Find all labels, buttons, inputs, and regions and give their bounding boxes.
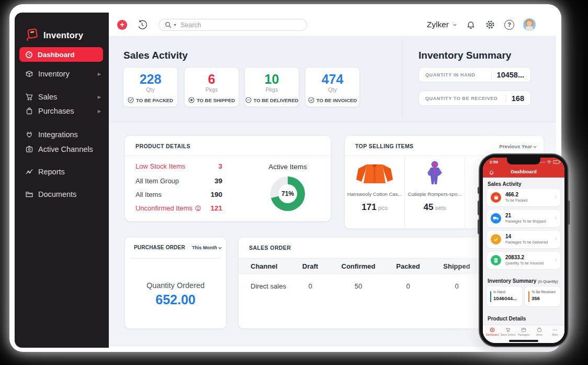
to-be-packed-card[interactable]: 228 Qty TO BE PACKED <box>123 67 178 107</box>
bag-icon <box>25 107 33 115</box>
phone-inventory-summary-label: Inventory Summary (In Quantity) <box>488 278 558 284</box>
active-items-chart: Active Items 71% <box>257 163 319 211</box>
chevron-right-icon: › <box>555 236 557 241</box>
to-be-delivered-card[interactable]: 10 Pkgs TO BE DELIVERED <box>244 67 299 107</box>
to-be-shipped-value: 6 <box>185 72 239 86</box>
active-items-donut: 71% <box>270 176 305 211</box>
product-name: Cutiepie Rompers-spo... <box>405 191 465 197</box>
sidebar-item-sales[interactable]: Sales ▶ <box>15 90 109 104</box>
phone-to-be-received-box[interactable]: To Be Received 356 <box>525 287 560 306</box>
phone-card-label: To be Packed <box>505 198 527 202</box>
accent-bar <box>490 291 491 302</box>
add-new-button[interactable]: + <box>117 20 127 30</box>
sidebar-item-label: Dashboard <box>38 51 75 59</box>
all-item-group-row[interactable]: All Item Group39 <box>135 177 222 185</box>
invoice-icon <box>491 255 501 266</box>
sidebar-item-label: Documents <box>38 190 76 198</box>
integrations-icon <box>25 130 33 139</box>
tab-more[interactable]: More <box>547 325 563 343</box>
sidebar-item-integrations[interactable]: Integrations <box>15 128 109 141</box>
card-label: TO BE SHIPPED <box>185 97 239 103</box>
tab-dashboard[interactable]: Dashboard <box>484 325 500 343</box>
purchase-order-header: PURCHASE ORDER <box>134 245 185 250</box>
pill-label: QUANTITY IN HAND <box>425 72 475 78</box>
sidebar-item-inventory[interactable]: Inventory ▶ <box>15 67 109 81</box>
phone-to-be-shipped-card[interactable]: 21 Packages To be Shipped › <box>487 210 560 227</box>
to-be-invoiced-card[interactable]: 474 Qty TO BE INVOICED <box>305 67 360 107</box>
dashboard-icon <box>490 327 495 333</box>
product-qty: 171pcs <box>345 202 404 213</box>
notifications-bell-icon[interactable] <box>466 19 476 30</box>
phone-in-hand-box[interactable]: In Hand 1046044... <box>487 287 522 306</box>
recent-history-icon[interactable] <box>137 19 148 32</box>
low-stock-row[interactable]: Low Stock Items3 <box>135 162 222 170</box>
period-selector[interactable]: Previous Year <box>499 143 537 149</box>
pill-value: 10458... <box>491 71 524 79</box>
phone-to-be-delivered-card[interactable]: 14 Packages To be Delivered › <box>487 231 560 248</box>
search-input[interactable]: ▼ Search <box>159 19 307 31</box>
cell-draft: 0 <box>308 282 312 290</box>
sidebar-item-label: Integrations <box>38 130 78 139</box>
top-item-2[interactable]: Cutiepie Rompers-spo... 45sets <box>405 156 465 228</box>
sidebar-item-documents[interactable]: Documents <box>15 187 109 201</box>
phone-box-value: 356 <box>532 295 540 301</box>
sidebar-item-label: Purchases <box>38 107 74 115</box>
chevron-right-icon: › <box>555 194 557 200</box>
top-item-1[interactable]: Hanswooly Cotton Cas... 171pcs <box>345 156 405 228</box>
unconfirmed-items-row[interactable]: Unconfirmed Items121 <box>135 204 222 212</box>
battery-icon <box>553 160 561 164</box>
phone-notch <box>507 158 540 164</box>
hero-section: Sales Activity Inventory Summary 228 Qty… <box>109 37 556 122</box>
product-details-card: PRODUCT DETAILS Low Stock Items3 All Ite… <box>125 135 331 222</box>
to-be-shipped-card[interactable]: 6 Pkgs TO BE SHIPPED <box>184 67 239 107</box>
top-selling-header: TOP SELLING ITEMS <box>355 143 413 149</box>
phone-card-label: Quantity To be Invoiced <box>505 261 544 265</box>
phone-sales-activity-label: Sales Activity <box>488 181 522 187</box>
donut-percent: 71% <box>270 176 305 211</box>
phone-card-value: 20833.2 <box>505 255 524 260</box>
dash-circle-icon <box>245 97 252 103</box>
phone-volume-down <box>478 219 480 234</box>
all-items-row[interactable]: All Items190 <box>135 191 222 198</box>
chevron-right-icon: ▶ <box>98 72 101 76</box>
dot-circle-icon <box>188 97 195 103</box>
check-circle-icon <box>128 97 134 103</box>
phone-card-label: Packages To be Shipped <box>505 219 546 223</box>
wifi-icon <box>547 160 551 164</box>
divider <box>402 41 402 118</box>
product-image-romper <box>405 160 465 186</box>
col-channel: Channel <box>251 259 277 274</box>
accent-bar <box>528 291 529 302</box>
to-be-delivered-value: 10 <box>245 72 299 86</box>
phone-volume-up <box>478 201 480 215</box>
sidebar-item-reports[interactable]: Reports <box>15 165 109 179</box>
quantity-to-be-received-pill[interactable]: QUANTITY TO BE RECEIVED 168 <box>419 91 531 106</box>
period-selector[interactable]: This Month <box>192 245 222 250</box>
quantity-in-hand-pill[interactable]: QUANTITY IN HAND 10458... <box>419 67 531 82</box>
col-draft: Draft <box>302 259 318 274</box>
org-selector[interactable]: Zylker <box>427 20 457 29</box>
search-scope-caret-icon[interactable]: ▼ <box>173 23 177 27</box>
phone-card-value: 466.2 <box>505 192 518 197</box>
settings-gear-icon[interactable] <box>485 19 495 30</box>
phone-to-be-invoiced-card[interactable]: 20833.2 Quantity To be Invoiced › <box>487 252 560 269</box>
sidebar: Inventory Dashboard Inventory ▶ Sales ▶ … <box>15 13 109 348</box>
phone-card-value: 14 <box>505 234 511 239</box>
app-logo[interactable]: Inventory <box>25 27 83 43</box>
phone-time: 2:59 <box>490 160 498 164</box>
search-icon <box>165 21 172 28</box>
sidebar-item-dashboard[interactable]: Dashboard <box>19 47 103 62</box>
phone-to-be-packed-card[interactable]: 466.2 To be Packed › <box>487 189 560 206</box>
help-icon[interactable]: ? <box>504 20 514 30</box>
phone-power-button <box>568 201 570 225</box>
phone-mute-switch <box>478 187 480 194</box>
sidebar-item-purchases[interactable]: Purchases ▶ <box>15 104 109 118</box>
phone-box-label: To Be Received <box>532 290 556 294</box>
pill-label: QUANTITY TO BE RECEIVED <box>425 96 497 101</box>
dashboard-icon <box>25 51 33 59</box>
sidebar-item-active-channels[interactable]: Active Channels <box>15 142 109 156</box>
chevron-right-icon: › <box>555 215 557 220</box>
user-avatar[interactable] <box>523 18 536 31</box>
channels-icon <box>25 145 33 153</box>
quantity-ordered-value: 652.00 <box>125 292 226 307</box>
